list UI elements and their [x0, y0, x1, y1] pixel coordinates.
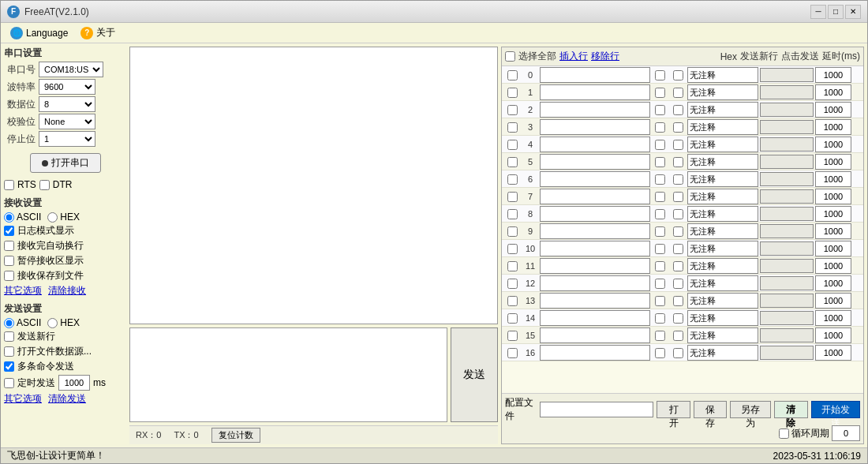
row-select-checkbox[interactable]: [507, 348, 518, 358]
newline-checkbox[interactable]: [673, 105, 683, 115]
comment-input[interactable]: [687, 275, 758, 291]
click-send-button[interactable]: [760, 85, 814, 99]
cmd-text-input[interactable]: [540, 206, 650, 222]
data-bits-select[interactable]: 8: [39, 96, 95, 112]
hex-checkbox[interactable]: [655, 279, 665, 289]
comment-input[interactable]: [687, 223, 758, 239]
send-button[interactable]: 发送: [451, 327, 498, 422]
click-send-button[interactable]: [760, 68, 814, 82]
delay-input[interactable]: [815, 67, 851, 83]
row-select-checkbox[interactable]: [507, 244, 518, 254]
stop-bits-select[interactable]: 1: [39, 131, 95, 147]
send-hex-radio[interactable]: [47, 318, 58, 328]
recv-ascii-radio[interactable]: [4, 212, 14, 223]
click-send-button[interactable]: [760, 259, 814, 273]
open-port-button[interactable]: 打开串口: [30, 153, 101, 173]
newline-checkbox[interactable]: [673, 174, 683, 185]
newline-checkbox[interactable]: [673, 313, 683, 324]
delay-input[interactable]: [815, 189, 851, 204]
hex-checkbox[interactable]: [655, 157, 665, 167]
click-send-button[interactable]: [760, 189, 814, 204]
send-textarea[interactable]: [130, 328, 447, 421]
comment-input[interactable]: [687, 310, 758, 326]
hex-checkbox[interactable]: [655, 174, 665, 185]
newline-checkbox[interactable]: [673, 331, 683, 341]
cmd-text-input[interactable]: [540, 258, 650, 274]
hex-checkbox[interactable]: [655, 70, 665, 80]
maximize-button[interactable]: □: [828, 5, 844, 19]
delay-input[interactable]: [815, 137, 851, 152]
newline-checkbox[interactable]: [673, 261, 683, 271]
comment-input[interactable]: [687, 67, 758, 83]
click-send-button[interactable]: [760, 120, 814, 134]
save-config-button[interactable]: 保存: [694, 401, 727, 418]
clear-send-link[interactable]: 清除发送: [48, 392, 86, 406]
newline-checkbox[interactable]: [673, 88, 683, 98]
delay-input[interactable]: [815, 345, 851, 361]
row-select-checkbox[interactable]: [507, 105, 518, 115]
send-other-options-link[interactable]: 其它选项: [4, 392, 42, 406]
open-config-button[interactable]: 打开: [657, 401, 690, 418]
delete-row-link[interactable]: 移除行: [591, 50, 619, 63]
click-send-button[interactable]: [760, 155, 814, 169]
cmd-text-input[interactable]: [540, 84, 650, 100]
clear-recv-link[interactable]: 清除接收: [48, 284, 86, 297]
comment-input[interactable]: [687, 154, 758, 170]
hex-checkbox[interactable]: [655, 105, 665, 115]
newline-checkbox[interactable]: [673, 70, 683, 80]
hex-checkbox[interactable]: [655, 244, 665, 254]
row-select-checkbox[interactable]: [507, 192, 518, 202]
send-newline-checkbox[interactable]: [4, 331, 14, 342]
hex-checkbox[interactable]: [655, 226, 665, 237]
click-send-button[interactable]: [760, 172, 814, 186]
delay-input[interactable]: [815, 84, 851, 100]
rts-checkbox[interactable]: [4, 180, 14, 190]
newline-checkbox[interactable]: [673, 192, 683, 202]
delay-input[interactable]: [815, 275, 851, 291]
cmd-text-input[interactable]: [540, 293, 650, 309]
click-send-button[interactable]: [760, 311, 814, 325]
hex-checkbox[interactable]: [655, 192, 665, 202]
newline-checkbox[interactable]: [673, 157, 683, 167]
reset-count-button[interactable]: 复位计数: [211, 428, 260, 443]
delay-input[interactable]: [815, 171, 851, 187]
timed-send-checkbox[interactable]: [4, 378, 14, 388]
delay-input[interactable]: [815, 119, 851, 135]
comment-input[interactable]: [687, 84, 758, 100]
hex-checkbox[interactable]: [655, 313, 665, 324]
click-send-button[interactable]: [760, 207, 814, 221]
row-select-checkbox[interactable]: [507, 226, 518, 237]
port-select[interactable]: COM18:US: [39, 62, 103, 77]
row-select-checkbox[interactable]: [507, 157, 518, 167]
comment-input[interactable]: [687, 206, 758, 222]
send-ascii-radio[interactable]: [4, 318, 14, 328]
log-mode-checkbox[interactable]: [4, 226, 14, 236]
comment-input[interactable]: [687, 241, 758, 256]
delay-input[interactable]: [815, 206, 851, 222]
click-send-button[interactable]: [760, 137, 814, 152]
save-as-config-button[interactable]: 另存为: [730, 401, 771, 418]
comment-input[interactable]: [687, 102, 758, 118]
hex-checkbox[interactable]: [655, 261, 665, 271]
delay-input[interactable]: [815, 293, 851, 309]
delay-input[interactable]: [815, 241, 851, 256]
row-select-checkbox[interactable]: [507, 261, 518, 271]
row-select-checkbox[interactable]: [507, 174, 518, 185]
cmd-text-input[interactable]: [540, 223, 650, 239]
close-button[interactable]: ✕: [845, 5, 861, 19]
pause-display-checkbox[interactable]: [4, 256, 14, 266]
timed-send-input[interactable]: [58, 375, 90, 391]
comment-input[interactable]: [687, 327, 758, 343]
cmd-text-input[interactable]: [540, 241, 650, 256]
comment-input[interactable]: [687, 258, 758, 274]
newline-checkbox[interactable]: [673, 244, 683, 254]
comment-input[interactable]: [687, 189, 758, 204]
comment-input[interactable]: [687, 137, 758, 152]
delay-input[interactable]: [815, 223, 851, 239]
recv-other-options-link[interactable]: 其它选项: [4, 284, 42, 297]
delay-input[interactable]: [815, 310, 851, 326]
row-select-checkbox[interactable]: [507, 313, 518, 324]
comment-input[interactable]: [687, 293, 758, 309]
delay-input[interactable]: [815, 102, 851, 118]
cmd-text-input[interactable]: [540, 137, 650, 152]
